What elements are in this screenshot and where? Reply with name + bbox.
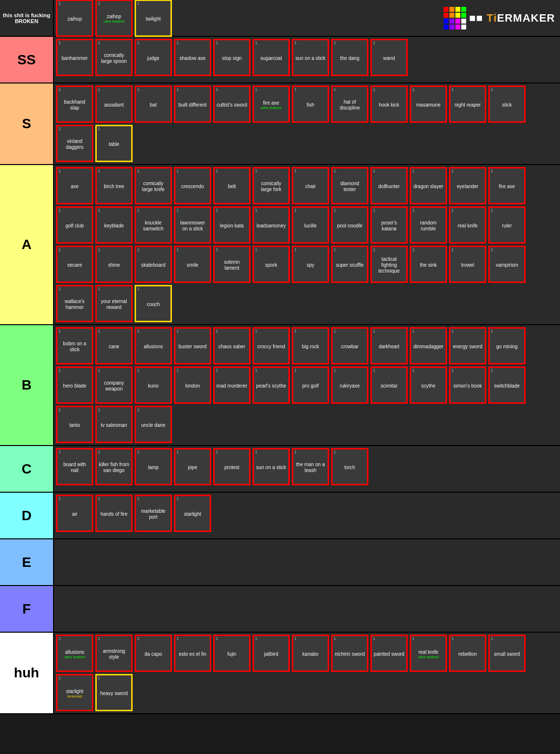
tier-item[interactable]: 1 shine (95, 246, 133, 283)
tier-item[interactable]: 1 fire axe (488, 167, 526, 204)
tier-item[interactable]: 1 go mining (488, 327, 526, 364)
tier-item[interactable]: 1 dimmadagger (410, 327, 447, 364)
tier-item[interactable]: 1 comically large knife (135, 167, 172, 204)
tier-item[interactable]: 1 torch (331, 448, 368, 485)
tier-item[interactable]: 1 kanabo (292, 635, 329, 672)
tier-item[interactable]: 1 real knife (449, 206, 486, 244)
tier-item[interactable]: 1 lamp (135, 448, 172, 485)
tier-item[interactable]: 1 poser's katana (370, 206, 408, 244)
tier-item[interactable]: 1 air (56, 495, 93, 532)
tier-item[interactable]: 1 table (95, 125, 133, 162)
tier-item[interactable]: 1 hat of discipline (331, 85, 368, 123)
tier-item[interactable]: 1 rukiryaxe (331, 366, 368, 404)
tier-item[interactable]: 1 assailant (95, 85, 133, 123)
tier-item[interactable]: 1 allusions (135, 327, 172, 364)
tier-item[interactable]: 1 big rock (292, 327, 329, 364)
tier-item[interactable]: 1 crowbar (331, 327, 368, 364)
tier-item[interactable]: 1 real knife ultra instinct (410, 635, 447, 672)
tier-item[interactable]: 1 starlight bossraid (56, 674, 93, 711)
tier-item[interactable]: 1 spork (252, 246, 290, 283)
tier-item[interactable]: 1 vampirism (488, 246, 526, 283)
tier-item[interactable]: 1 tanto (56, 406, 93, 443)
tier-item[interactable]: 1 buster sword (174, 327, 211, 364)
tier-item[interactable]: 1 the sink (410, 246, 447, 283)
tier-item[interactable]: 1 diamond tester (331, 167, 368, 204)
tier-item[interactable]: 1 marketable port (135, 495, 172, 532)
tier-item[interactable]: 1 fujin (213, 635, 251, 672)
tier-item[interactable]: 1 kuno (135, 366, 172, 404)
tier-item[interactable]: 1 comically large spoon (95, 39, 133, 76)
tier-item[interactable]: 1 hook kick (370, 85, 408, 123)
tier-item[interactable]: 1 hero blade (56, 366, 93, 404)
tier-item[interactable]: 1 judge (135, 39, 172, 76)
tier-item[interactable]: 1 chaos saber (213, 327, 251, 364)
tier-item[interactable]: 1 board with nail (56, 448, 93, 485)
tier-item[interactable]: 1 energy sword (449, 327, 486, 364)
tier-item[interactable]: 1 cane (95, 327, 133, 364)
tier-item[interactable]: 1 solemn lament (213, 246, 251, 283)
tier-item[interactable]: 1 vinland daggers (56, 125, 93, 162)
tier-item[interactable]: 1 birch tree (95, 167, 133, 204)
tier-item[interactable]: 1 banhammer (56, 39, 93, 76)
tier-item[interactable]: 1 armstrong style (95, 635, 133, 672)
tier-item[interactable]: 1 comically large fork (252, 167, 290, 204)
tier-item[interactable]: 1 zaihop (56, 0, 93, 37)
tier-item[interactable]: 1 croccy friend (252, 327, 290, 364)
tier-item[interactable]: 1 sun on a stick (252, 448, 290, 485)
tier-item[interactable]: 1 smile (174, 246, 211, 283)
tier-item[interactable]: 1 esto es el fin (174, 635, 211, 672)
tier-item[interactable]: 1 company weapon (95, 366, 133, 404)
tier-item[interactable]: 1 simon's book (449, 366, 486, 404)
tier-item[interactable]: 1 masamune (410, 85, 447, 123)
tier-item[interactable]: 1 legion kata (213, 206, 251, 244)
tier-item[interactable]: 1 hands of fire (95, 495, 133, 532)
tier-item[interactable]: 1 mad murderer (213, 366, 251, 404)
tier-item[interactable]: 1 darkheart (370, 327, 408, 364)
tier-item[interactable]: 1 bat (135, 85, 172, 123)
tier-item[interactable]: 1 wallace's hammer (56, 285, 93, 322)
tier-item[interactable]: 1 tactical fighting technique (370, 246, 408, 283)
tier-item[interactable]: 1 dragon slayer (410, 167, 447, 204)
tier-item[interactable]: 1 jailbird (252, 635, 290, 672)
tier-item[interactable]: 1 sugarcoat (252, 39, 290, 76)
tier-item[interactable]: 1 pool noodle (331, 206, 368, 244)
tier-item[interactable]: 1 lucille (292, 206, 329, 244)
tier-item[interactable]: 1 allusions ultra instinct (56, 635, 93, 672)
tier-item[interactable]: 1 your eternal reward (95, 285, 133, 322)
tier-item[interactable]: 1 rebellion (449, 635, 486, 672)
tier-item[interactable]: 1 zaihop ultra instinct (95, 0, 133, 37)
tier-item[interactable]: 1 the dang (331, 39, 368, 76)
tier-item[interactable]: 1 switchblade (488, 366, 526, 404)
tier-item[interactable]: 1 scimitar (370, 366, 408, 404)
tier-item[interactable]: 1 couch (135, 285, 172, 322)
tier-item[interactable]: 1 painted sword (370, 635, 408, 672)
tier-item[interactable]: 1 backhand slap (56, 85, 93, 123)
tier-item[interactable]: 1 heavy sword (95, 674, 133, 711)
tier-item[interactable]: 1 fire axe ultra instinct (252, 85, 290, 123)
tier-item[interactable]: 1 nichirin sword (331, 635, 368, 672)
tier-item[interactable]: 1 twilight (135, 0, 172, 37)
tier-item[interactable]: 1 loadsamoney (252, 206, 290, 244)
tier-item[interactable]: 1 golf club (56, 206, 93, 244)
tier-item[interactable]: 1 built different (174, 85, 211, 123)
tier-item[interactable]: 1 dollhunter (370, 167, 408, 204)
tier-item[interactable]: 1 trowel (449, 246, 486, 283)
tier-item[interactable]: 1 pro golf (292, 366, 329, 404)
tier-item[interactable]: 1 random rumble (410, 206, 447, 244)
tier-item[interactable]: 1 london (174, 366, 211, 404)
tier-item[interactable]: 1 da capo (135, 635, 172, 672)
tier-item[interactable]: 1 chair (292, 167, 329, 204)
tier-item[interactable]: 1 fish (292, 85, 329, 123)
tier-item[interactable]: 1 small sword (488, 635, 526, 672)
tier-item[interactable]: 1 pipe (174, 448, 211, 485)
tier-item[interactable]: 1 sun on a stick (292, 39, 329, 76)
tier-item[interactable]: 1 pearl's scythe (252, 366, 290, 404)
tier-item[interactable]: 1 starlight (174, 495, 211, 532)
tier-item[interactable]: 1 the man on a leash (292, 448, 329, 485)
tier-item[interactable]: 1 tv salesman (95, 406, 133, 443)
tier-item[interactable]: 1 crescendo (174, 167, 211, 204)
tier-item[interactable]: 1 super scuffle (331, 246, 368, 283)
tier-item[interactable]: 1 night reaper (449, 85, 486, 123)
tier-item[interactable]: 1 skateboard (135, 246, 172, 283)
tier-item[interactable]: 1 stick (488, 85, 526, 123)
